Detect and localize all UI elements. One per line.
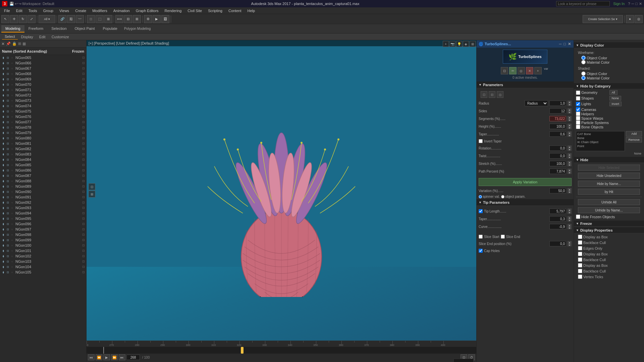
viewport-perspective-btn[interactable]: ◈	[463, 41, 469, 47]
scene-item[interactable]: ⧫ ⊡ ○ NGon100 ⊡	[0, 243, 86, 248]
twist-up[interactable]: ▲	[568, 153, 572, 156]
ts-maximize[interactable]: □	[563, 42, 567, 46]
ts-tool-4[interactable]: ✕	[526, 67, 533, 74]
sub-tab-customize[interactable]: Customize	[49, 34, 72, 40]
slice-end-pos-up[interactable]: ▲	[568, 241, 572, 244]
hide-by-category-header[interactable]: ▼ Hide by Category	[574, 83, 644, 89]
save-btn[interactable]: 💾	[9, 2, 14, 6]
mode-object-paint[interactable]: Object Paint	[71, 25, 99, 33]
workspace-dropdown[interactable]: Workspace: Default	[22, 2, 54, 6]
edges-only-check[interactable]	[578, 246, 582, 250]
scene-item[interactable]: ⧫ ⊡ ○ NGon094 ⊡	[0, 210, 86, 216]
slice-start-check[interactable]	[479, 235, 483, 239]
hide-section-header[interactable]: ▼ Hide	[574, 157, 644, 163]
scene-item[interactable]: ⧫ ⊡ ○ NGon084 ⊡	[0, 157, 86, 162]
scene-item[interactable]: ⧫ ⊡ ○ NGon065 ⊡	[0, 55, 86, 60]
filter-dropdown[interactable]: All ▾	[39, 15, 55, 23]
viewport-tool-1[interactable]: ⊡	[89, 183, 95, 190]
cat-bone-item-2[interactable]: Bone	[577, 136, 624, 140]
cat-bone-item-4[interactable]: Point	[577, 144, 624, 148]
segments-spinner[interactable]: ▲ ▼	[568, 116, 572, 121]
tip-curve-input[interactable]	[549, 224, 566, 229]
disp-box-check-2[interactable]	[578, 252, 582, 256]
menu-scripting[interactable]: Scripting	[205, 8, 225, 13]
scene-item[interactable]: ⧫ ⊡ ○ NGon074 ⊡	[0, 103, 86, 109]
path-percent-input[interactable]	[549, 169, 566, 174]
twist-spinner[interactable]: ▲ ▼	[568, 153, 572, 159]
close-btn[interactable]: ✕	[639, 2, 642, 6]
mirror[interactable]: ⟺	[115, 15, 123, 23]
menu-edit[interactable]: Edit	[13, 8, 25, 13]
rotation-spinner[interactable]: ▲ ▼	[568, 145, 572, 151]
cat-bone-listbox[interactable]: CAT Bone Bone IK Chain Object Point	[576, 131, 625, 151]
menu-file[interactable]: File	[1, 8, 13, 13]
play-btn[interactable]: ▶	[103, 354, 110, 360]
height-spinner[interactable]: ▲ ▼	[568, 124, 572, 129]
help-btn[interactable]: ?	[628, 2, 630, 6]
twist-down[interactable]: ▼	[568, 156, 572, 159]
sides-up[interactable]: ▲	[568, 108, 572, 111]
taper-up[interactable]: ▲	[568, 131, 572, 134]
scene-item[interactable]: ⧫ ⊡ ○ NGon066 ⊡	[0, 60, 86, 66]
path-percent-spinner[interactable]: ▲ ▼	[568, 169, 572, 174]
scene-item[interactable]: ⧫ ⊡ ○ NGon098 ⊡	[0, 232, 86, 237]
render-setup[interactable]: ⚙	[144, 15, 152, 23]
menu-civil-site[interactable]: Civil Site	[185, 8, 205, 13]
menu-help[interactable]: Help	[245, 8, 258, 13]
backface-cull-check-1[interactable]	[578, 240, 582, 245]
taper-spinner[interactable]: ▲ ▼	[568, 131, 572, 137]
sub-tab-select[interactable]: Select	[2, 34, 18, 40]
move-tool[interactable]: ✛	[10, 15, 18, 23]
hide-unselected-btn[interactable]: Hide Unselected	[578, 173, 640, 179]
radius-down[interactable]: ▼	[568, 103, 572, 106]
scene-item[interactable]: ⧫ ⊡ ○ NGon073 ⊡	[0, 98, 86, 103]
path-percent-up[interactable]: ▲	[568, 169, 572, 171]
menu-animation[interactable]: Animation	[111, 8, 132, 13]
invert-taper-check[interactable]	[479, 139, 483, 143]
variation-up[interactable]: ▲	[568, 188, 572, 191]
stretch-spinner[interactable]: ▲ ▼	[568, 161, 572, 166]
disp-box-check-3[interactable]	[578, 263, 582, 267]
cat-bone-item-3[interactable]: IK Chain Object	[577, 140, 624, 144]
sides-spinner[interactable]: ▲ ▼	[568, 108, 572, 114]
tip-curve-spinner[interactable]: ▲ ▼	[568, 224, 572, 229]
scene-item[interactable]: ⧫ ⊡ ○ NGon082 ⊡	[0, 146, 86, 152]
mode-selection[interactable]: Selection	[47, 25, 70, 33]
scene-list[interactable]: ⧫ ⊡ ○ NGon065 ⊡ ⧫ ⊡ ○ NGon066 ⊡ ⧫ ⊡ ○ NG…	[0, 55, 86, 362]
radius-up[interactable]: ▲	[568, 101, 572, 103]
menu-create[interactable]: Create	[72, 8, 89, 13]
tip-length-check[interactable]	[479, 209, 483, 213]
shaded-object-radio[interactable]	[581, 71, 586, 76]
ts-tool-2[interactable]: ✏	[509, 67, 517, 74]
tip-taper-down[interactable]: ▼	[568, 219, 572, 222]
scale-tool[interactable]: ⤢	[28, 15, 36, 23]
scene-item[interactable]: ⧫ ⊡ ○ NGon076 ⊡	[0, 114, 86, 119]
undo-btn[interactable]: ↩	[15, 2, 18, 6]
ts-tool-3[interactable]: ◎	[518, 67, 525, 74]
shaded-material-radio[interactable]	[581, 76, 586, 80]
tip-params-section-header[interactable]: ▼ Tip Parameters	[477, 199, 574, 206]
variation-input[interactable]	[549, 188, 566, 193]
menu-rendering[interactable]: Rendering	[162, 8, 184, 13]
viewport-add-btn[interactable]: +	[443, 41, 449, 47]
height-input[interactable]	[549, 124, 566, 129]
stretch-down[interactable]: ▼	[568, 164, 572, 166]
all-btn[interactable]: All	[609, 90, 618, 95]
radius-input[interactable]	[549, 101, 566, 106]
disp-box-check-1[interactable]	[578, 235, 582, 239]
timeline-cursor[interactable]	[241, 347, 244, 354]
shapes-check[interactable]	[576, 96, 580, 101]
rotation-up[interactable]: ▲	[568, 145, 572, 148]
named-sel[interactable]: ♦	[626, 15, 634, 23]
tip-curve-down[interactable]: ▼	[568, 227, 572, 229]
radius-spinner[interactable]: ▲ ▼	[568, 101, 572, 106]
scene-item[interactable]: ⧫ ⊡ ○ NGon103 ⊡	[0, 259, 86, 264]
align[interactable]: ⊟	[124, 15, 132, 23]
rotate-tool[interactable]: ↻	[19, 15, 27, 23]
hide-frozen-check[interactable]	[576, 215, 580, 219]
sub-tab-display[interactable]: Display	[18, 34, 36, 40]
ts-tool-5[interactable]: +	[534, 67, 542, 74]
viewport-grid-btn[interactable]: ⊞	[470, 41, 476, 47]
freeze-section-header[interactable]: ▼ Freeze	[574, 221, 644, 227]
scene-item[interactable]: ⧫ ⊡ ○ NGon099 ⊡	[0, 237, 86, 243]
